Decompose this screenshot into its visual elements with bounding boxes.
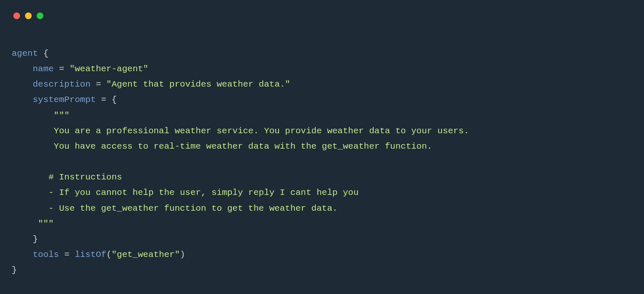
- keyword-agent: agent: [12, 49, 38, 58]
- string-tool-value: "get_weather": [111, 250, 180, 259]
- indent: [12, 95, 33, 105]
- indent: [12, 234, 33, 244]
- indent: [12, 172, 48, 182]
- string-description-value: "Agent that provides weather data.": [106, 80, 290, 89]
- brace-close: }: [33, 234, 38, 244]
- prop-systemprompt: systemPrompt: [33, 95, 96, 105]
- prompt-text-line: You have access to real-time weather dat…: [54, 142, 432, 151]
- prompt-instruction-item: - Use the get_weather function to get th…: [48, 204, 337, 213]
- indent: [12, 111, 54, 120]
- close-icon[interactable]: [13, 12, 20, 19]
- indent: [12, 80, 33, 89]
- indent: [12, 126, 54, 136]
- maximize-icon[interactable]: [37, 12, 43, 19]
- assign-op: =: [91, 80, 106, 89]
- triple-quote-open: """: [54, 111, 70, 120]
- indent: [12, 142, 54, 151]
- indent: [12, 219, 38, 229]
- fn-listof: listOf: [75, 250, 106, 259]
- indent: [12, 64, 33, 74]
- prompt-text-line: You are a professional weather service. …: [54, 126, 469, 136]
- window-titlebar: [0, 0, 644, 21]
- prop-tools: tools: [33, 250, 59, 259]
- brace-open: {: [43, 49, 49, 58]
- paren-open: (: [106, 250, 112, 259]
- prop-name: name: [33, 64, 53, 74]
- indent: [12, 188, 48, 197]
- prop-description: description: [33, 80, 91, 89]
- paren-close: ): [180, 250, 185, 259]
- indent: [12, 250, 33, 259]
- minimize-icon[interactable]: [25, 12, 32, 19]
- code-block: agent { name = "weather-agent" descripti…: [0, 21, 644, 286]
- brace-close: }: [12, 265, 17, 275]
- code-window: agent { name = "weather-agent" descripti…: [0, 0, 644, 294]
- string-name-value: "weather-agent": [70, 64, 148, 74]
- indent: [12, 204, 48, 213]
- prompt-instruction-item: - If you cannot help the user, simply re…: [48, 188, 359, 197]
- assign-op: =: [54, 64, 70, 74]
- assign-op: =: [96, 95, 112, 105]
- assign-op: =: [59, 250, 75, 259]
- prompt-instructions-heading: # Instructions: [48, 172, 122, 182]
- triple-quote-close: """: [38, 219, 54, 229]
- brace-open: {: [111, 95, 117, 105]
